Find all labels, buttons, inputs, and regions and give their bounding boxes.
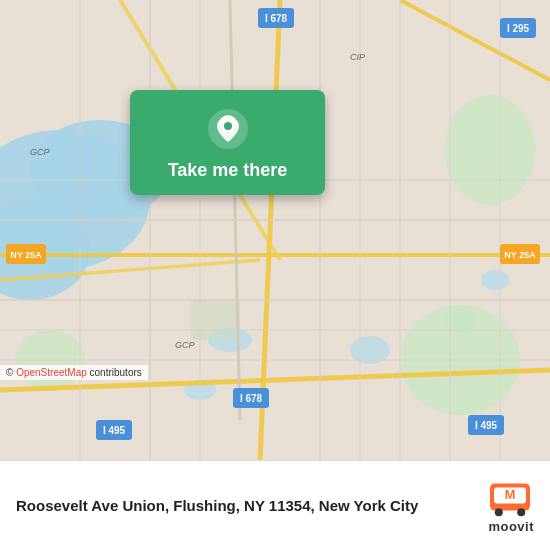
svg-point-10 bbox=[445, 95, 535, 205]
svg-point-7 bbox=[481, 270, 509, 290]
svg-text:GCP: GCP bbox=[30, 147, 50, 157]
moovit-logo: M moovit bbox=[486, 477, 534, 534]
take-me-there-button[interactable]: Take me there bbox=[168, 160, 288, 181]
moovit-label: moovit bbox=[488, 519, 534, 534]
moovit-icon: M bbox=[486, 477, 534, 517]
svg-point-52 bbox=[224, 122, 232, 130]
svg-text:CIP: CIP bbox=[350, 52, 365, 62]
svg-text:I 495: I 495 bbox=[475, 420, 498, 431]
map-background: I 295 I 678 I 495 I 495 NY 25A NY 25A GC… bbox=[0, 0, 550, 460]
attribution-bar: © OpenStreetMap contributors bbox=[0, 365, 148, 380]
svg-point-56 bbox=[495, 508, 503, 516]
map-container: I 295 I 678 I 495 I 495 NY 25A NY 25A GC… bbox=[0, 0, 550, 460]
svg-point-57 bbox=[517, 508, 525, 516]
location-name: Roosevelt Ave Union, Flushing, NY 11354,… bbox=[16, 496, 486, 516]
svg-text:I 678: I 678 bbox=[240, 393, 263, 404]
svg-text:I 495: I 495 bbox=[103, 425, 126, 436]
attribution-text: © OpenStreetMap contributors bbox=[6, 367, 142, 378]
svg-rect-12 bbox=[190, 300, 240, 340]
location-card[interactable]: Take me there bbox=[130, 90, 325, 195]
openstreetmap-link[interactable]: OpenStreetMap bbox=[16, 367, 87, 378]
bottom-bar: Roosevelt Ave Union, Flushing, NY 11354,… bbox=[0, 460, 550, 550]
location-info: Roosevelt Ave Union, Flushing, NY 11354,… bbox=[16, 496, 486, 516]
pin-icon bbox=[207, 108, 249, 150]
svg-text:M: M bbox=[505, 487, 516, 502]
svg-text:NY 25A: NY 25A bbox=[10, 250, 42, 260]
svg-text:GCP: GCP bbox=[175, 340, 195, 350]
svg-text:I 678: I 678 bbox=[265, 13, 288, 24]
svg-text:NY 25A: NY 25A bbox=[504, 250, 536, 260]
svg-text:I 295: I 295 bbox=[507, 23, 530, 34]
